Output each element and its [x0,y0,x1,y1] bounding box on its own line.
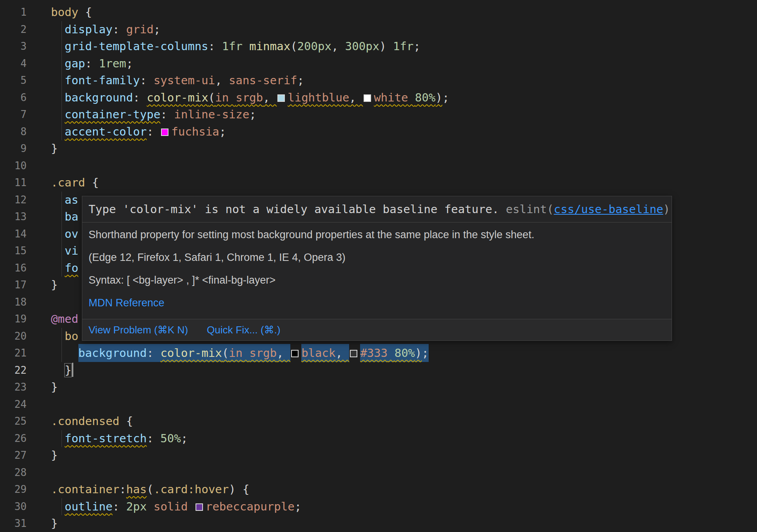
code-token: srgb [235,91,263,104]
line-number[interactable]: 17 [0,277,27,294]
code-token [51,210,65,223]
code-content: ov [51,226,78,243]
code-content: } [51,447,58,464]
code-token: 1fr [222,40,243,53]
code-token [51,125,65,138]
view-problem-action[interactable]: View Problem (⌘K N) [89,324,188,336]
line-number[interactable]: 5 [0,72,27,89]
line-number[interactable]: 28 [0,464,27,481]
line-number[interactable]: 2 [0,21,27,38]
code-content: fo [51,260,78,277]
code-token: ) [435,91,442,104]
code-token: rebeccapurple [206,500,295,513]
code-token: ; [219,125,226,138]
diagnostic-source-prefix: eslint( [506,203,554,216]
code-token: 300px [345,40,379,53]
code-token: ) [229,483,235,496]
code-token: : [208,40,222,53]
code-line[interactable]: 22 } [0,362,757,379]
code-content: font-family: system-ui, sans-serif; [51,72,304,89]
code-token: as [65,193,78,206]
code-line[interactable]: 1body { [0,4,757,21]
code-line[interactable]: 8 accent-color: fuchsia; [0,123,757,141]
line-number[interactable]: 16 [0,260,27,277]
line-number[interactable]: 15 [0,242,27,260]
code-line[interactable]: 10 [0,157,757,175]
code-token: { [120,414,133,428]
code-line[interactable]: 4 gap: 1rem; [0,55,757,72]
code-line[interactable]: 21 background: color-mix(in srgb, black,… [0,345,757,362]
code-line[interactable]: 29.container:has(.card:hover) { [0,481,757,498]
color-swatch[interactable] [291,350,299,357]
line-number[interactable]: 20 [0,328,27,345]
code-line[interactable]: 25.condensed { [0,413,757,430]
color-swatch[interactable] [196,503,203,511]
line-number[interactable]: 25 [0,413,27,430]
line-number[interactable]: 29 [0,481,27,498]
line-number[interactable]: 21 [0,345,27,362]
code-token: sans-serif [229,74,297,87]
code-token: : [147,432,160,445]
line-number[interactable]: 6 [0,89,27,107]
code-line[interactable]: 3 grid-template-columns: 1fr minmax(200p… [0,38,757,55]
line-number[interactable]: 3 [0,38,27,55]
line-number[interactable]: 30 [0,498,27,516]
line-number[interactable]: 22 [0,362,27,379]
line-number[interactable]: 18 [0,294,27,311]
color-swatch[interactable] [364,94,371,102]
code-line[interactable]: 2 display: grid; [0,21,757,38]
color-swatch[interactable] [350,350,357,357]
line-number[interactable]: 4 [0,55,27,72]
line-number[interactable]: 23 [0,379,27,396]
code-line[interactable]: 28 [0,464,757,481]
line-number[interactable]: 14 [0,226,27,243]
code-token: , [331,40,345,53]
color-swatch[interactable] [161,128,168,136]
code-token: { [78,5,92,19]
line-number[interactable]: 26 [0,430,27,447]
code-editor[interactable]: 1body {2 display: grid;3 grid-template-c… [0,0,757,532]
line-number[interactable]: 12 [0,192,27,209]
mdn-reference-link[interactable]: MDN Reference [89,297,165,309]
code-line[interactable]: 9} [0,140,757,157]
indent-guide [62,242,62,260]
code-token: inline-size [174,108,249,121]
code-line[interactable]: 7 container-type: inline-size; [0,106,757,123]
line-number[interactable]: 11 [0,174,27,192]
code-line[interactable]: 24 [0,396,757,413]
code-line[interactable]: 6 background: color-mix(in srgb, lightbl… [0,89,757,107]
code-content: vi [51,242,78,260]
line-number[interactable]: 27 [0,447,27,464]
color-swatch[interactable] [277,94,285,102]
code-token: { [235,483,249,496]
eslint-rule-link[interactable]: css/use-baseline [554,203,663,216]
code-content: .card { [51,174,99,192]
code-line[interactable]: 23} [0,379,757,396]
line-number[interactable]: 9 [0,140,27,157]
line-number[interactable]: 24 [0,396,27,413]
code-line[interactable]: 31} [0,515,757,532]
code-token: body [51,5,78,19]
code-line[interactable]: 26 font-stretch: 50%; [0,430,757,447]
code-token [51,227,65,241]
line-number[interactable]: 19 [0,311,27,328]
code-token: ; [249,108,256,121]
code-token: : [120,483,126,496]
code-token: .container [51,483,120,496]
line-number[interactable]: 7 [0,106,27,123]
code-token [51,500,65,513]
line-number[interactable]: 31 [0,515,27,532]
quick-fix-action[interactable]: Quick Fix... (⌘.) [207,324,281,336]
code-line[interactable]: 11.card { [0,174,757,192]
code-line[interactable]: 30 outline: 2px solid rebeccapurple; [0,498,757,516]
vscode-editor-screenshot: { "theme": { "editor_background": "#1e1e… [0,0,757,532]
indent-guide [62,21,62,38]
code-token: } [65,364,71,377]
line-number[interactable]: 1 [0,4,27,21]
code-line[interactable]: 5 font-family: system-ui, sans-serif; [0,72,757,89]
line-number[interactable]: 8 [0,123,27,141]
code-line[interactable]: 27} [0,447,757,464]
code-token: system-ui [154,74,215,87]
line-number[interactable]: 10 [0,157,27,175]
line-number[interactable]: 13 [0,208,27,226]
